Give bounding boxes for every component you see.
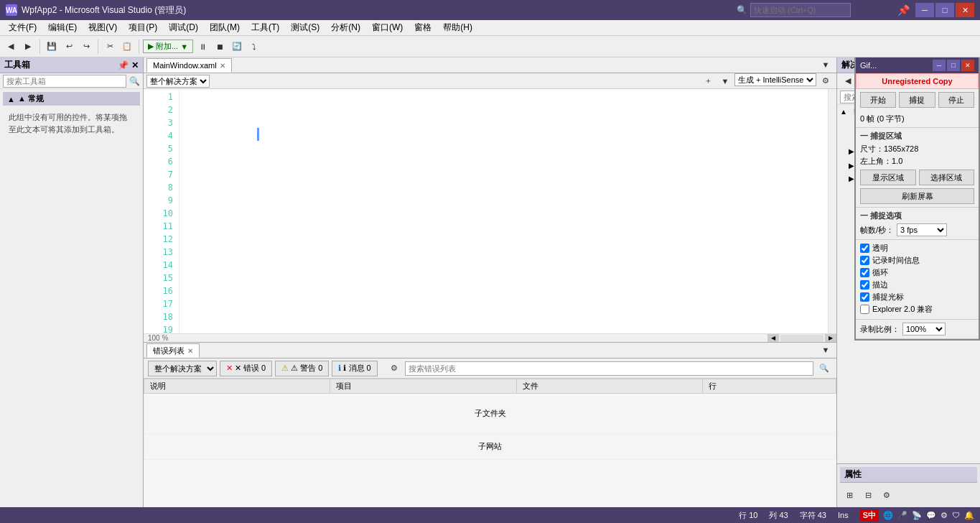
step-button[interactable]: ⤵ xyxy=(246,39,262,55)
border-label: 描边 xyxy=(872,279,888,290)
warning-filter-button[interactable]: ⚠ ⚠ 警告 0 xyxy=(275,361,329,376)
menu-help[interactable]: 帮助(H) xyxy=(437,20,478,35)
gif-loop-checkbox: 循环 xyxy=(860,267,974,278)
undo-button[interactable]: ↩ xyxy=(61,39,77,55)
menu-test[interactable]: 测试(S) xyxy=(285,20,325,35)
stop-toolbar-button[interactable]: ⏹ xyxy=(212,39,228,55)
loop-check[interactable] xyxy=(860,268,869,277)
editor-dropdown-btn[interactable]: ▼ xyxy=(818,57,834,73)
scroll-right-btn[interactable]: ▶ xyxy=(825,334,836,343)
transparent-check[interactable] xyxy=(860,244,869,253)
status-bar: 行 10 列 43 字符 43 Ins S中 🌐 🎤 📡 💬 ⚙ 🛡 🔔 xyxy=(0,507,980,523)
scroll-left-btn[interactable]: ◀ xyxy=(767,334,779,343)
editor-icon1[interactable]: ⚙ xyxy=(818,73,834,89)
toolbox-search-input[interactable] xyxy=(3,75,126,88)
gif-stop-btn[interactable]: 停止 xyxy=(938,92,974,108)
col-description[interactable]: 说明 xyxy=(144,379,330,394)
gif-fps-label: 帧数/秒： xyxy=(860,225,894,236)
prop-btn1[interactable]: ⊞ xyxy=(841,487,857,503)
gif-minimize-btn[interactable]: ─ xyxy=(933,60,946,71)
prop-btn2[interactable]: ⊟ xyxy=(860,487,876,503)
restart-toolbar-button[interactable]: 🔄 xyxy=(229,39,245,55)
menu-team[interactable]: 团队(M) xyxy=(204,20,246,35)
explorer-check[interactable] xyxy=(860,305,869,314)
gif-capture-btn[interactable]: 捕捉 xyxy=(899,92,935,108)
copy-button[interactable]: 📋 xyxy=(119,39,135,55)
prop-btn3[interactable]: ⚙ xyxy=(879,487,895,503)
gif-fps-select[interactable]: 3 fps xyxy=(897,223,947,236)
gif-close-btn[interactable]: ✕ xyxy=(961,60,974,71)
col-file[interactable]: 文件 xyxy=(516,379,702,394)
menu-window[interactable]: 窗口(W) xyxy=(366,20,409,35)
col-project[interactable]: 项目 xyxy=(330,379,516,394)
error-search-btn[interactable]: 🔍 xyxy=(816,361,832,376)
menu-analyze[interactable]: 分析(N) xyxy=(325,20,366,35)
gif-area-buttons: 显示区域 选择区域 xyxy=(860,170,974,185)
editor-hscroll[interactable]: 100 % ◀ ▶ xyxy=(144,333,836,342)
gif-show-area-btn[interactable]: 显示区域 xyxy=(860,170,916,185)
menu-bar: 文件(F) 编辑(E) 视图(V) 项目(P) 调试(D) 团队(M) 工具(T… xyxy=(0,20,980,36)
main-content: 工具箱 📌 ✕ 🔍 ▲ ▲ 常规 此组中没有可用的控件。将某项拖至此文本可将其添… xyxy=(0,57,980,507)
scope-dropdown[interactable]: 整个解决方案 xyxy=(146,75,210,88)
menu-debug[interactable]: 调试(D) xyxy=(163,20,204,35)
intellisense-dropdown[interactable]: 生成 + IntelliSense xyxy=(734,73,816,86)
gif-select-area-btn[interactable]: 选择区域 xyxy=(919,170,975,185)
code-content[interactable] xyxy=(179,89,828,333)
menu-edit[interactable]: 编辑(E) xyxy=(42,20,83,35)
col-line[interactable]: 行 xyxy=(702,379,836,394)
gif-capture-title: 一 捕捉区域 xyxy=(860,131,974,142)
toolbox-close-icon[interactable]: ✕ xyxy=(131,60,139,70)
code-scrollbar[interactable] xyxy=(828,89,836,333)
cut-button[interactable]: ✂ xyxy=(102,39,118,55)
gif-transparent-checkbox: 透明 xyxy=(860,243,974,254)
menu-pane[interactable]: 窗格 xyxy=(409,20,437,35)
timestamp-check[interactable] xyxy=(860,256,869,265)
se-btn1[interactable]: ◀ xyxy=(840,73,856,89)
error-list-dropdown-btn[interactable]: ▼ xyxy=(818,342,834,358)
minimize-button[interactable]: ─ xyxy=(915,3,934,17)
save-all-button[interactable]: 💾 xyxy=(44,39,60,55)
back-button[interactable]: ◀ xyxy=(3,39,19,55)
attach-button[interactable]: ▶ 附加... ▼ xyxy=(143,40,193,53)
restore-button[interactable]: □ xyxy=(935,3,954,17)
gif-refresh-btn[interactable]: 刷新屏幕 xyxy=(860,188,974,204)
error-filter-button[interactable]: ✕ ✕ 错误 0 xyxy=(220,361,272,376)
error-build-intellisense-btn[interactable]: ⚙ xyxy=(386,361,402,376)
gif-border-checkbox: 描边 xyxy=(860,279,974,290)
toolbox-section-header[interactable]: ▲ ▲ 常规 xyxy=(3,92,140,106)
tab-close-icon[interactable]: ✕ xyxy=(220,62,225,70)
redo-button[interactable]: ↪ xyxy=(78,39,94,55)
menu-tools[interactable]: 工具(T) xyxy=(246,20,285,35)
warning-count-label: ⚠ 警告 0 xyxy=(291,363,322,374)
scope-filter-dropdown[interactable]: 整个解决方案 xyxy=(148,361,217,376)
gif-frame-section: 0 帧 (0 字节) xyxy=(856,111,979,128)
menu-file[interactable]: 文件(F) xyxy=(3,20,42,35)
tab-label: MainWindow.xaml xyxy=(153,61,217,70)
border-check[interactable] xyxy=(860,280,869,290)
gif-restore-btn[interactable]: □ xyxy=(947,60,960,71)
menu-project[interactable]: 项目(P) xyxy=(123,20,163,35)
gif-cursor-checkbox: 捕捉光标 xyxy=(860,292,974,302)
gif-scale-select[interactable]: 100% xyxy=(902,323,946,335)
toolbox-pin-icon[interactable]: 📌 xyxy=(118,60,129,70)
close-button[interactable]: ✕ xyxy=(956,3,974,17)
editor-tab-mainwindow[interactable]: MainWindow.xaml ✕ xyxy=(146,58,232,73)
gif-start-btn[interactable]: 开始 xyxy=(860,92,896,108)
gif-frame-count: 0 帧 (0 字节) xyxy=(860,114,905,123)
cursor-check[interactable] xyxy=(860,292,869,302)
gif-size-row: 尺寸：980x523 xyxy=(860,144,974,154)
pause-toolbar-button[interactable]: ⏸ xyxy=(195,39,210,55)
error-list-tab[interactable]: 错误列表 ✕ xyxy=(146,343,200,358)
forward-button[interactable]: ▶ xyxy=(20,39,36,55)
error-list-close-icon[interactable]: ✕ xyxy=(187,347,193,355)
attach-dropdown-icon: ▼ xyxy=(180,42,188,51)
menu-view[interactable]: 视图(V) xyxy=(83,20,123,35)
quick-launch-input[interactable] xyxy=(750,3,851,17)
gif-title-bar: Gif... ─ □ ✕ xyxy=(856,57,979,73)
error-search-input[interactable] xyxy=(405,361,813,376)
toolbox-header-icons: 📌 ✕ xyxy=(118,60,139,70)
editor-filter-button[interactable]: ▼ xyxy=(717,73,733,89)
editor-plus-button[interactable]: ＋ xyxy=(700,73,716,89)
info-filter-button[interactable]: ℹ ℹ 消息 0 xyxy=(332,361,377,376)
gif-fps-row: 帧数/秒： 3 fps xyxy=(860,223,974,236)
